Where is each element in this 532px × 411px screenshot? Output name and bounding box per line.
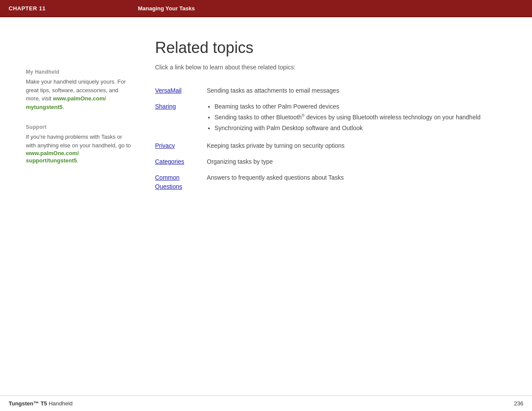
table-row: Sharing Beaming tasks to other Palm Powe…	[155, 99, 523, 138]
versamail-desc: Sending tasks as attachments to email me…	[207, 87, 339, 94]
table-row: VersaMail Sending tasks as attachments t…	[155, 83, 523, 99]
common-questions-desc: Answers to frequently asked questions ab…	[207, 174, 344, 181]
sharing-bullets: Beaming tasks to other Palm Powered devi…	[207, 102, 516, 133]
sharing-bullet-2: Sending tasks to other Bluetooth® device…	[215, 113, 516, 122]
sharing-bullet-1: Beaming tasks to other Palm Powered devi…	[215, 102, 516, 111]
page-title: Related topics	[155, 39, 523, 57]
privacy-link[interactable]: Privacy	[155, 142, 175, 149]
sidebar-support-text: If you're having problems with Tasks or …	[26, 134, 131, 149]
footer-brand: Tungsten™ T5 Handheld	[9, 400, 73, 407]
sidebar-palmone-support-link[interactable]: www.palmOne.com/support/tungstent5	[26, 150, 79, 164]
chapter-title: Managing Your Tasks	[138, 5, 195, 12]
header-bar: CHAPTER 11 Managing Your Tasks	[0, 0, 532, 17]
footer-page: 236	[514, 400, 523, 407]
sidebar-support-title: Support	[26, 124, 134, 130]
common-questions-link[interactable]: CommonQuestions	[155, 174, 182, 190]
versamail-link[interactable]: VersaMail	[155, 87, 181, 94]
chapter-label: CHAPTER 11	[9, 5, 138, 12]
content-area: Related topics Click a link below to lea…	[146, 34, 523, 195]
intro-text: Click a link below to learn about these …	[155, 64, 523, 71]
topics-table: VersaMail Sending tasks as attachments t…	[155, 83, 523, 195]
sidebar: My Handheld Make your handheld uniquely …	[26, 34, 146, 195]
privacy-desc: Keeping tasks private by turning on secu…	[207, 142, 345, 149]
sharing-bullet-3: Synchronizing with Palm Desktop software…	[215, 124, 516, 133]
sidebar-section-my-handheld: My Handheld Make your handheld uniquely …	[26, 69, 134, 111]
sharing-link[interactable]: Sharing	[155, 103, 176, 110]
table-row: Privacy Keeping tasks private by turning…	[155, 138, 523, 154]
categories-desc: Organizing tasks by type	[207, 158, 273, 165]
sidebar-section-support: Support If you're having problems with T…	[26, 124, 134, 165]
main-content: My Handheld Make your handheld uniquely …	[0, 17, 532, 212]
sidebar-my-handheld-title: My Handheld	[26, 69, 134, 75]
table-row: Categories Organizing tasks by type	[155, 154, 523, 170]
footer: Tungsten™ T5 Handheld 236	[0, 395, 532, 411]
table-row: CommonQuestions Answers to frequently as…	[155, 170, 523, 195]
categories-link[interactable]: Categories	[155, 158, 184, 165]
